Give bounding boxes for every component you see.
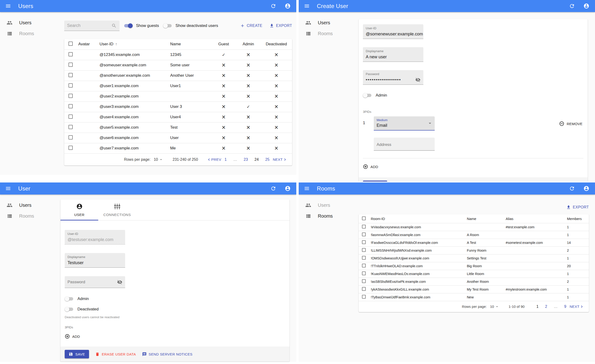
table-row[interactable]: @user6:example.comUser××× — [64, 133, 292, 143]
displayname-field[interactable]: Displayname A new user — [363, 47, 423, 62]
table-row[interactable]: @user5:example.comTest××× — [64, 122, 292, 133]
row-checkbox[interactable] — [362, 232, 366, 236]
row-checkbox[interactable] — [362, 248, 366, 252]
page-button[interactable]: 23 — [244, 157, 248, 162]
table-row[interactable]: !FasdweDssccaGLdsFRddsOl:example.comA Te… — [359, 239, 589, 246]
row-checkbox[interactable] — [69, 73, 73, 77]
table-row[interactable]: @anotheruser:example.comAnother User××× — [64, 70, 292, 81]
remove-threepid-button[interactable]: REMOVE — [559, 121, 582, 126]
column-header-guest[interactable]: Guest — [211, 39, 236, 49]
table-row[interactable]: !ykAStwxasdwsKkxGILL:example.comMy Test … — [359, 285, 589, 293]
add-threepid-button[interactable]: ADD — [65, 334, 80, 339]
save-button[interactable]: SAVE — [65, 350, 89, 358]
table-row[interactable]: !OMSDsdweassIlUUjjwe:example.comSettings… — [359, 254, 589, 262]
next-button[interactable]: NEXT — [569, 304, 584, 309]
row-checkbox[interactable] — [69, 104, 73, 108]
admin-toggle[interactable]: Admin — [65, 296, 285, 301]
rows-per-page-select[interactable]: 10 — [154, 157, 163, 162]
row-checkbox[interactable] — [362, 240, 366, 244]
sidebar-item-rooms[interactable]: Rooms — [299, 28, 355, 39]
toggle-switch[interactable] — [65, 307, 74, 312]
column-header-user-id[interactable]: User-ID↑ — [100, 39, 170, 49]
table-row[interactable]: !TTnlslkHHweOLAD:example.comBig Room20 — [359, 262, 589, 270]
row-checkbox[interactable] — [69, 135, 73, 140]
create-button[interactable]: CREATE — [240, 23, 262, 28]
table-row[interactable]: @user4:example.comUser4××× — [64, 112, 292, 122]
toggle-switch[interactable] — [65, 296, 74, 301]
page-button[interactable]: 2 — [545, 305, 547, 309]
table-row[interactable]: !TyBasDmwelJdfFaeBmk:example.comNew1 — [359, 293, 589, 301]
column-header-name[interactable]: Name — [467, 214, 506, 223]
tab-user[interactable]: USER — [60, 199, 98, 220]
user-id-field[interactable]: User-ID @somenewuser:example.com — [363, 24, 423, 39]
address-field[interactable]: Address — [374, 138, 435, 151]
column-header-members[interactable]: Members — [567, 214, 589, 223]
toggle-switch[interactable] — [363, 93, 372, 98]
table-row[interactable]: !eVasdacvxysewus:example.com#test:exampl… — [359, 223, 589, 231]
row-checkbox[interactable] — [362, 272, 366, 275]
row-checkbox[interactable] — [69, 63, 73, 67]
select-all-checkbox[interactable] — [362, 217, 366, 220]
column-header-name[interactable]: Name — [170, 39, 211, 49]
row-checkbox[interactable] — [362, 264, 366, 267]
password-field[interactable]: Password — [65, 276, 125, 288]
table-row[interactable]: !asSBSlsdWEvaXwPk:example.comAnother Roo… — [359, 278, 589, 285]
row-checkbox[interactable] — [362, 287, 366, 291]
send-server-notices-button[interactable]: SEND SERVER NOTICES — [142, 352, 193, 357]
row-checkbox[interactable] — [362, 295, 366, 299]
prev-button[interactable]: PREV — [207, 157, 221, 162]
table-row[interactable]: @someuser:example.comSome user××× — [64, 60, 292, 70]
export-button[interactable]: EXPORT — [566, 205, 589, 210]
table-row[interactable]: @user7:example.comMe××× — [64, 143, 292, 154]
table-row[interactable]: !LLIMSSNHrhRjsdWNXsd:example.comFunny Ro… — [359, 246, 589, 254]
account-button[interactable] — [285, 186, 291, 191]
column-header-alias[interactable]: Alias — [506, 214, 567, 223]
menu-button[interactable] — [304, 3, 310, 9]
row-checkbox[interactable] — [362, 256, 366, 260]
rows-per-page-select[interactable]: 10 — [490, 305, 499, 309]
displayname-field[interactable]: Displayname Testuser — [65, 253, 125, 268]
show-deactivated-toggle[interactable]: Show deactivated users — [163, 23, 218, 28]
refresh-button[interactable] — [270, 186, 276, 191]
admin-toggle[interactable]: Admin — [363, 93, 583, 98]
row-checkbox[interactable] — [69, 125, 73, 129]
row-checkbox[interactable] — [362, 225, 366, 229]
show-guests-toggle[interactable]: Show guests — [124, 23, 159, 28]
sidebar-item-users[interactable]: Users — [0, 200, 57, 210]
column-header-deactivated[interactable]: Deactivated — [261, 39, 292, 49]
menu-button[interactable] — [304, 186, 310, 191]
sidebar-item-users[interactable]: Users — [0, 17, 57, 28]
table-row[interactable]: @user3:example.comUser 3×✓× — [64, 102, 292, 112]
row-checkbox[interactable] — [69, 52, 73, 56]
table-row[interactable]: !lasmnwASmDllasi:example.comA Room1 — [359, 231, 589, 239]
select-all-checkbox[interactable] — [69, 42, 73, 46]
column-header-avatar[interactable]: Avatar — [78, 39, 99, 49]
add-threepid-button[interactable]: ADD — [363, 164, 378, 169]
account-button[interactable] — [583, 186, 589, 191]
page-button[interactable]: 9 — [564, 305, 566, 309]
column-header-room-id[interactable]: Room-ID — [371, 214, 467, 223]
row-checkbox[interactable] — [69, 94, 73, 98]
menu-button[interactable] — [5, 186, 11, 191]
row-checkbox[interactable] — [69, 114, 73, 119]
page-button[interactable]: 1 — [225, 157, 227, 162]
sidebar-item-rooms[interactable]: Rooms — [0, 28, 57, 39]
page-button[interactable]: 25 — [265, 157, 270, 162]
save-button[interactable]: SAVE — [363, 181, 387, 182]
visibility-off-icon[interactable] — [117, 280, 122, 285]
toggle-switch[interactable] — [163, 23, 172, 28]
table-row[interactable]: @user2:example.com××× — [64, 91, 292, 102]
table-row[interactable]: @user1:example.comUser1××× — [64, 81, 292, 91]
menu-button[interactable] — [5, 3, 11, 9]
account-button[interactable] — [285, 3, 291, 9]
table-row[interactable]: @12345:example.com12345✓×× — [64, 49, 292, 60]
refresh-button[interactable] — [569, 3, 575, 9]
refresh-button[interactable] — [569, 186, 575, 191]
row-checkbox[interactable] — [69, 146, 73, 150]
toggle-switch[interactable] — [124, 23, 133, 28]
row-checkbox[interactable] — [362, 279, 366, 283]
sidebar-item-rooms[interactable]: Rooms — [0, 210, 57, 221]
sidebar-item-users[interactable]: Users — [299, 17, 355, 28]
export-button[interactable]: EXPORT — [269, 23, 292, 28]
column-header-admin[interactable]: Admin — [236, 39, 260, 49]
